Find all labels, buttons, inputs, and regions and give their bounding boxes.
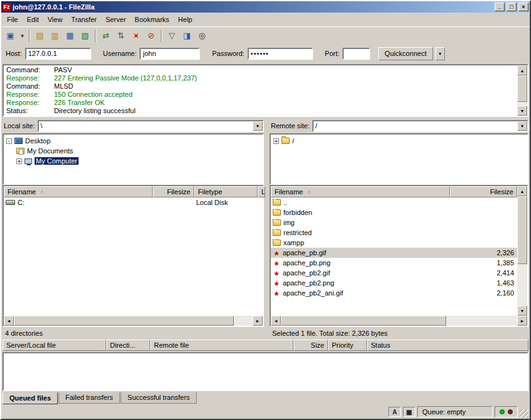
scroll-down-icon[interactable]: ▼ — [517, 306, 527, 316]
menu-file[interactable]: File — [3, 14, 23, 25]
remote-file-row-selected[interactable]: apache_pb.gif2,326 — [271, 248, 517, 258]
tab-successful-transfers[interactable]: Successful transfers — [121, 392, 197, 404]
toggle-remote-tree-glyph: ▦ — [66, 31, 74, 40]
dropdown-icon[interactable]: ▾ — [253, 121, 263, 131]
dropdown-icon[interactable]: ▾ — [517, 121, 527, 131]
scroll-thumb[interactable] — [517, 75, 527, 102]
column-header-filesize[interactable]: Filesize — [153, 186, 194, 197]
column-header-filename[interactable]: Filename∧ — [271, 186, 450, 197]
dropdown-glyph: ▾ — [21, 33, 24, 39]
remote-site-value: / — [315, 122, 317, 130]
column-header-filesize[interactable]: Filesize — [450, 186, 517, 197]
resize-grip[interactable] — [520, 409, 528, 418]
column-header-remote-file[interactable]: Remote file — [150, 340, 293, 351]
remote-file-row[interactable]: apache_pb2_ani.gif2,160 — [271, 288, 517, 298]
refresh-icon[interactable]: ⇄ — [99, 29, 113, 43]
expand-icon[interactable]: + — [273, 138, 279, 144]
menu-view[interactable]: View — [43, 14, 67, 25]
scroll-right-icon[interactable]: ► — [253, 316, 263, 326]
log-text: 226 Transfer OK — [54, 99, 105, 107]
tab-failed-transfers[interactable]: Failed transfers — [58, 392, 120, 404]
quickconnect-button[interactable]: Quickconnect — [378, 47, 433, 60]
scroll-thumb[interactable] — [14, 316, 234, 326]
toolbar-separator — [29, 30, 30, 42]
site-manager-dropdown-icon[interactable]: ▾ — [18, 29, 26, 43]
menu-bookmarks[interactable]: Bookmarks — [130, 14, 173, 25]
column-header-status[interactable]: Status — [367, 340, 528, 351]
close-button[interactable]: × — [518, 3, 528, 11]
window-title: john@127.0.0.1 - FileZilla — [13, 3, 493, 11]
menu-help[interactable]: Help — [173, 14, 197, 25]
cancel-icon[interactable]: × — [129, 29, 143, 43]
tree-item-my-documents[interactable]: My Documents — [4, 146, 263, 156]
compare-directories-icon[interactable]: ◨ — [180, 29, 194, 43]
tree-item-desktop[interactable]: - Desktop — [4, 136, 263, 146]
host-input[interactable] — [25, 48, 91, 60]
remote-file-row[interactable]: restricted — [271, 228, 517, 238]
column-header-filename[interactable]: Filename∧ — [4, 186, 153, 197]
process-queue-icon[interactable]: ⇅ — [114, 29, 128, 43]
column-header-direction[interactable]: Directi... — [106, 340, 150, 351]
local-list-hscrollbar[interactable]: ◄ ► — [4, 316, 263, 326]
local-site-label: Local site: — [4, 122, 35, 130]
transfer-type-indicator-icon[interactable]: A — [388, 407, 401, 417]
log-text: 150 Connection accepted — [54, 91, 133, 99]
toggle-remote-tree-icon[interactable]: ▦ — [63, 29, 77, 43]
expand-icon[interactable]: + — [16, 158, 22, 164]
tree-item-root[interactable]: + / — [271, 136, 527, 146]
remote-list-hscrollbar[interactable]: ◄ ► — [271, 316, 527, 326]
site-manager-icon[interactable]: ▣ — [3, 29, 18, 43]
remote-file-row[interactable]: img — [271, 218, 517, 228]
quickconnect-dropdown-icon[interactable]: ▾ — [435, 47, 445, 60]
scroll-down-icon[interactable]: ▼ — [517, 106, 527, 116]
column-header-priority[interactable]: Priority — [328, 340, 367, 351]
my-computer-icon — [25, 158, 32, 164]
maximize-button[interactable]: □ — [506, 3, 517, 11]
remote-list-vscrollbar[interactable]: ▲ ▼ — [517, 186, 527, 316]
toggle-local-tree-icon[interactable]: ▥ — [48, 29, 62, 43]
scroll-up-icon[interactable]: ▲ — [517, 186, 527, 196]
username-input[interactable] — [140, 48, 200, 60]
local-site-combobox[interactable]: \ ▾ — [38, 120, 264, 132]
encryption-indicator-icon[interactable]: ▦ — [403, 407, 415, 417]
filezilla-app-icon: Fz — [3, 3, 11, 11]
remote-file-row[interactable]: forbidden — [271, 207, 517, 218]
remote-file-row[interactable]: apache_pb2.gif2,414 — [271, 268, 517, 278]
column-label: Filetype — [198, 188, 222, 196]
column-header-filetype[interactable]: Filetype — [194, 186, 258, 197]
column-header-last-modified[interactable]: L — [258, 186, 265, 197]
scroll-thumb[interactable] — [281, 316, 446, 326]
scroll-right-icon[interactable]: ► — [517, 316, 527, 326]
file-name: apache_pb.png — [283, 259, 331, 267]
remote-site-combobox[interactable]: / ▾ — [312, 120, 528, 132]
log-text: PASV — [54, 66, 72, 74]
port-input[interactable] — [342, 48, 370, 60]
local-file-row[interactable]: C: Local Disk — [4, 197, 263, 207]
minimize-button[interactable]: _ — [495, 3, 505, 11]
menu-transfer[interactable]: Transfer — [67, 14, 101, 25]
find-files-icon[interactable]: ◎ — [195, 29, 209, 43]
menu-server[interactable]: Server — [101, 14, 130, 25]
column-header-size[interactable]: Size — [293, 340, 328, 351]
column-header-server-local-file[interactable]: Server/Local file — [3, 340, 106, 351]
disconnect-icon[interactable]: ⊘ — [144, 29, 158, 43]
drive-icon — [6, 200, 15, 205]
log-vscrollbar[interactable]: ▲ ▼ — [517, 65, 527, 116]
scroll-thumb[interactable] — [517, 196, 527, 264]
image-file-icon — [273, 289, 280, 297]
directory-filter-icon[interactable]: ▽ — [165, 29, 179, 43]
tree-item-my-computer[interactable]: + My Computer — [4, 156, 263, 166]
remote-file-row[interactable]: .. — [271, 197, 517, 207]
remote-file-row[interactable]: apache_pb.png1,385 — [271, 258, 517, 268]
menu-edit[interactable]: Edit — [23, 14, 43, 25]
collapse-icon[interactable]: - — [6, 138, 12, 144]
password-input[interactable] — [248, 48, 313, 60]
toggle-message-log-icon[interactable]: ▤ — [33, 29, 47, 43]
toggle-queue-icon[interactable]: ▧ — [78, 29, 92, 43]
scroll-left-icon[interactable]: ◄ — [271, 316, 281, 326]
scroll-up-icon[interactable]: ▲ — [517, 65, 527, 75]
remote-file-row[interactable]: apache_pb2.png1,463 — [271, 278, 517, 288]
tab-queued-files[interactable]: Queued files — [3, 392, 58, 404]
remote-file-row[interactable]: xampp — [271, 238, 517, 248]
scroll-left-icon[interactable]: ◄ — [4, 316, 14, 326]
